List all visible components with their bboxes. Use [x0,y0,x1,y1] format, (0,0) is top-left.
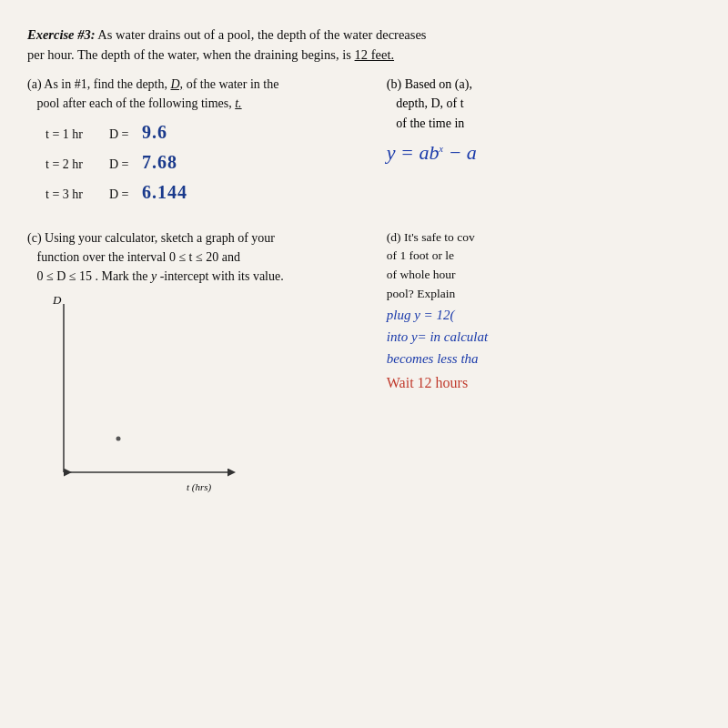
depth-row-2: t = 2 hr D = 7.68 [46,152,369,173]
svg-text:D: D [52,295,62,307]
part-a-col: (a) As in #1, find the depth, D, of the … [27,75,378,212]
part-c: (c) Using your calculator, sketch a grap… [27,228,378,504]
t2-label: t = 2 hr [46,157,109,172]
page: Exercise #3: As water drains out of a po… [0,0,728,728]
exercise-title-text: As water drains out of a pool, the depth… [96,27,427,42]
part-b-col: (b) Based on (a), depth, D, of t of the … [378,75,701,212]
t3-label: t = 3 hr [46,187,109,202]
cd-section: (c) Using your calculator, sketch a grap… [27,228,701,504]
part-b-text: (b) Based on (a), depth, D, of t of the … [387,75,701,134]
exercise-line2: per hour. The depth of the water, when t… [27,47,351,62]
t1-label: t = 1 hr [46,127,109,142]
d3-value: 6.144 [142,182,187,203]
exercise-title: Exercise #3: As water drains out of a po… [27,25,701,66]
d2-value: 7.68 [142,152,177,173]
graph: D t (hrs) [27,295,246,504]
svg-text:t (hrs): t (hrs) [187,481,212,493]
part-d: (d) It's safe to cov of 1 foot or le of … [378,228,701,504]
part-d-answer-blue: plug y = 12( into y= in calculat becomes… [387,304,701,369]
svg-point-4 [116,436,121,440]
part-d-text: (d) It's safe to cov of 1 foot or le of … [387,228,701,305]
ab-section: (a) As in #1, find the depth, D, of the … [27,75,701,212]
d1-value: 9.6 [142,122,167,143]
graph-svg: D t (hrs) [27,295,246,504]
formula: y = abx − a [387,141,701,165]
exercise-label: Exercise #3: [27,27,96,42]
part-c-label: (c) Using your calculator, sketch a grap… [27,228,369,286]
part-a-label: (a) As in #1, find the depth, D, of the … [27,75,369,113]
depth-row-1: t = 1 hr D = 9.6 [46,122,369,143]
part-d-answer-red: Wait 12 hours [387,375,701,391]
d1-eq: D = [109,127,142,142]
depth-row-3: t = 3 hr D = 6.144 [46,182,369,203]
d2-eq: D = [109,157,142,172]
initial-depth: 12 feet. [355,47,394,62]
d3-eq: D = [109,187,142,202]
